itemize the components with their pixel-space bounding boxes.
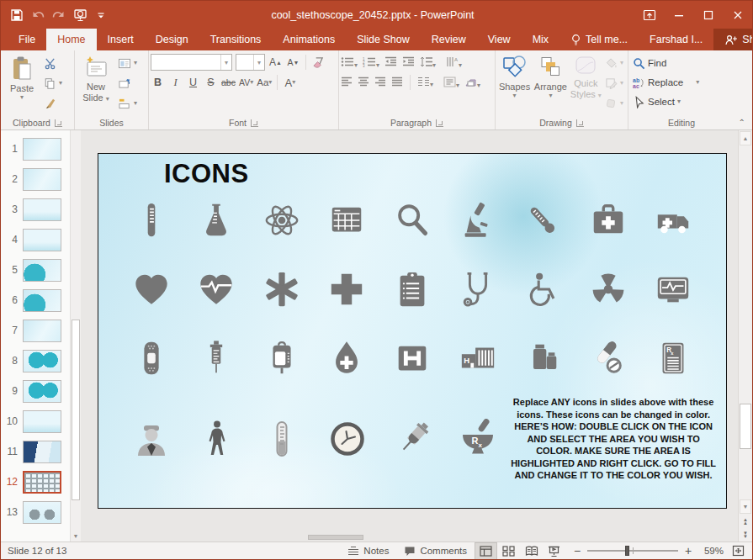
flask-icon[interactable] [184, 186, 250, 255]
copy-button[interactable]: ▾ [41, 75, 65, 92]
stethoscope-icon[interactable] [445, 255, 511, 324]
justify-button[interactable] [391, 77, 403, 88]
format-painter-button[interactable] [41, 95, 65, 112]
wheelchair-icon[interactable] [510, 255, 575, 324]
first-aid-kit-icon[interactable] [575, 186, 641, 255]
shape-fill-button[interactable]: ▾ [602, 55, 626, 71]
microscope-icon[interactable] [445, 186, 511, 255]
shape-outline-button[interactable]: ▾ [602, 75, 626, 92]
tab-view[interactable]: View [477, 29, 522, 50]
font-name-combobox[interactable]: ▾ [151, 54, 232, 71]
thumbnail-preview[interactable] [23, 410, 61, 433]
customize-qat-icon[interactable] [91, 5, 111, 25]
iv-bag-icon[interactable] [249, 324, 315, 393]
blood-drop-icon[interactable] [315, 324, 380, 393]
medicine-bottles-icon[interactable] [510, 324, 575, 393]
slide-thumbnail-2[interactable]: 2 [1, 164, 70, 194]
vertical-scrollbar[interactable]: ▲ ▼ ▲▲ ▼▼ [738, 130, 752, 542]
ribbon-display-options-icon[interactable] [634, 1, 664, 29]
replace-dropdown-caret[interactable]: ▾ [696, 79, 699, 86]
ambulance-icon[interactable] [640, 186, 706, 255]
syringe-icon[interactable] [184, 324, 250, 393]
thumbnail-preview[interactable] [23, 350, 61, 372]
minimize-icon[interactable] [664, 1, 693, 29]
maximize-icon[interactable] [693, 1, 723, 29]
slide-thumbnail-13[interactable]: 13 [1, 497, 70, 527]
zoom-slider-thumb[interactable] [625, 546, 629, 556]
atom-icon[interactable] [249, 186, 315, 255]
tab-home[interactable]: Home [46, 29, 96, 50]
star-of-life-icon[interactable] [249, 255, 315, 324]
bold-button[interactable]: B [151, 74, 165, 91]
grow-font-button[interactable]: A▲ [268, 54, 283, 71]
heart-icon[interactable] [119, 255, 184, 324]
tell-me-box[interactable]: Tell me... [559, 29, 639, 50]
slide-thumbnail-10[interactable]: 10 [1, 406, 70, 436]
slide-thumbnail-5[interactable]: 5 [1, 255, 70, 285]
slideshow-icon[interactable] [543, 542, 565, 560]
new-slide-button[interactable]: New Slide ▾ [77, 52, 115, 103]
character-spacing-button[interactable]: AV▾ [239, 74, 253, 91]
font-color-button[interactable]: A▾ [283, 74, 297, 91]
horizontal-scrollbar-thumb[interactable] [308, 535, 363, 540]
mortar-pestle-icon[interactable]: Rx [445, 404, 511, 473]
thumbnail-preview[interactable] [23, 259, 61, 282]
align-right-button[interactable] [374, 77, 386, 88]
reading-view-icon[interactable] [520, 542, 543, 560]
radiation-icon[interactable] [575, 255, 641, 324]
tab-review[interactable]: Review [421, 29, 477, 50]
zoom-level[interactable]: 59% [700, 546, 727, 556]
font-dialog-launcher[interactable] [251, 119, 258, 127]
calendar-icon[interactable] [315, 186, 380, 255]
slide-thumbnail-11[interactable]: 11 [1, 436, 70, 467]
scroll-up-icon[interactable]: ▲ [740, 131, 751, 145]
ekg-monitor-icon[interactable] [640, 255, 706, 324]
arrange-button[interactable]: Arrange ▾ [532, 52, 570, 99]
underline-button[interactable]: U [186, 74, 200, 91]
slide-layout-button[interactable]: ▾ [115, 55, 140, 71]
thumbnail-preview[interactable] [23, 380, 61, 403]
undo-icon[interactable] [28, 5, 48, 25]
doctor-icon[interactable] [119, 404, 184, 473]
fit-slide-to-window-icon[interactable] [727, 542, 750, 560]
find-button[interactable]: Find [630, 55, 669, 71]
slide-title[interactable]: ICONS [164, 159, 249, 189]
heartbeat-heart-icon[interactable] [184, 255, 250, 324]
thumbnail-preview[interactable] [23, 229, 61, 251]
close-icon[interactable] [723, 1, 752, 29]
next-slide-icon[interactable]: ▼▼ [739, 528, 752, 542]
hospital-building-icon[interactable]: H [445, 324, 511, 393]
horizontal-scrollbar[interactable] [81, 534, 738, 541]
collapse-ribbon-icon[interactable]: ⌃ [739, 118, 745, 127]
pills-icon[interactable] [575, 324, 641, 393]
human-body-icon[interactable] [184, 404, 250, 473]
thumbnail-preview[interactable] [23, 289, 61, 312]
text-direction-button[interactable]: A▾ [446, 56, 462, 69]
thumbnail-preview[interactable] [23, 471, 61, 494]
slide-thumbnail-1[interactable]: 1 [1, 134, 70, 164]
notes-button[interactable]: Notes [340, 542, 396, 560]
tab-file[interactable]: File [8, 29, 46, 50]
thumbnail-preview[interactable] [23, 138, 61, 161]
tab-design[interactable]: Design [145, 29, 199, 50]
strikethrough-abc-button[interactable]: abc [221, 74, 236, 91]
select-dropdown-caret[interactable]: ▾ [677, 98, 681, 105]
instructions-text-box[interactable]: Replace ANY icons in slides above with t… [511, 396, 716, 482]
section-button[interactable]: ▾ [115, 95, 140, 112]
slide-thumbnail-12[interactable]: 12 [1, 467, 70, 497]
clock-icon[interactable] [315, 404, 380, 473]
columns-button[interactable]: ▾ [417, 77, 433, 88]
thumbnail-preview[interactable] [23, 168, 61, 191]
slide-thumbnail-6[interactable]: 6 [1, 285, 70, 315]
select-button[interactable]: Select ▾ [630, 93, 683, 110]
thumbnail-preview[interactable] [23, 320, 61, 342]
slide-thumbnail-9[interactable]: 9 [1, 376, 70, 406]
tab-mix[interactable]: Mix [522, 29, 559, 50]
clipboard-icon[interactable] [379, 255, 445, 324]
scroll-down-icon[interactable]: ▼ [740, 499, 751, 514]
magnifier-icon[interactable] [379, 186, 445, 255]
section-dropdown-caret[interactable]: ▾ [134, 100, 137, 107]
tab-animations[interactable]: Animations [272, 29, 346, 50]
slide-sorter-icon[interactable] [497, 542, 520, 560]
vial-icon[interactable] [249, 404, 315, 473]
